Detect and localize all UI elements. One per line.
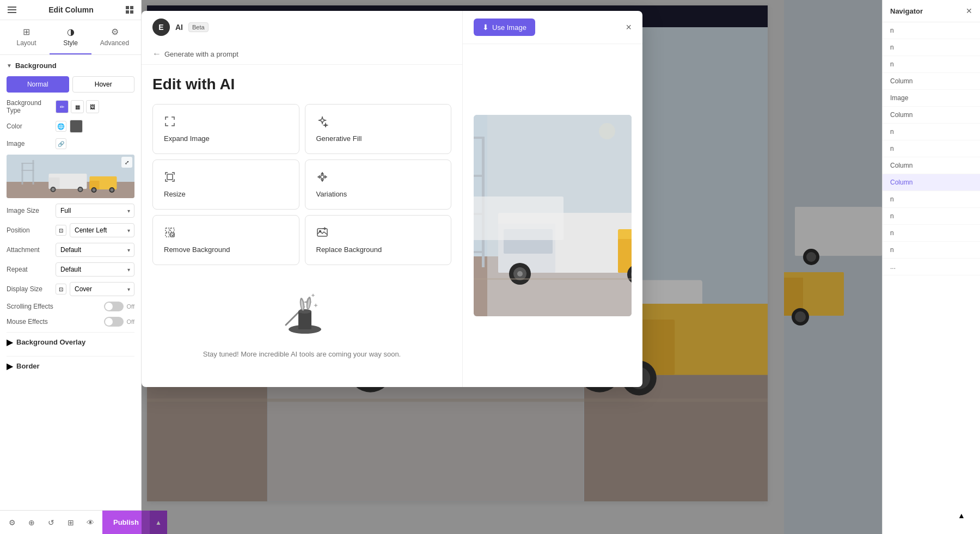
hamburger-icon[interactable]	[8, 7, 16, 13]
preview-icon[interactable]: 👁	[83, 515, 98, 530]
modal-title: Edit with AI	[152, 76, 451, 93]
variations-card[interactable]: Variations	[305, 159, 452, 210]
svg-rect-98	[474, 278, 632, 280]
modal-overlay: E AI Beta ← Generate with a prompt Edit …	[142, 0, 882, 534]
bg-type-image-btn[interactable]: 🖼	[86, 100, 99, 113]
svg-point-17	[111, 188, 114, 192]
remove-background-card[interactable]: Remove Background	[152, 215, 299, 265]
image-preview-img	[7, 155, 134, 198]
modal-right-header: ⬇ Use Image ×	[463, 11, 642, 44]
nav-item-5[interactable]: n	[883, 191, 980, 208]
bg-overlay-header[interactable]: ▶ Background Overlay	[7, 332, 134, 352]
nav-item-0[interactable]: n	[883, 22, 980, 39]
nav-item-4[interactable]: n	[883, 140, 980, 157]
nav-item-column-2[interactable]: Column	[883, 107, 980, 124]
responsive-icon[interactable]: ⊞	[63, 515, 78, 530]
mouse-effects-off-label: Off	[127, 318, 134, 325]
bg-type-gradient-btn[interactable]: ▦	[71, 100, 84, 113]
mouse-effects-row: Mouse Effects Off	[7, 317, 134, 327]
position-select[interactable]: Center Left Center Center Center Right	[70, 223, 134, 237]
right-panel: Navigator ✕ n n n Column Image Column n …	[882, 0, 980, 534]
bg-type-color-btn[interactable]: ✏	[56, 100, 69, 113]
color-label: Color	[7, 122, 56, 130]
position-control: ⊡ Center Left Center Center Center Right	[56, 223, 134, 237]
image-size-select[interactable]: Full Custom	[56, 204, 134, 218]
tab-advanced[interactable]: ⚙ Advanced	[94, 20, 136, 54]
navigator-close-button[interactable]: ✕	[966, 7, 972, 15]
nav-item-7[interactable]: n	[883, 225, 980, 242]
repeat-label: Repeat	[7, 266, 56, 273]
image-control: 🔗	[56, 138, 134, 149]
style-icon: ◑	[67, 27, 75, 37]
svg-point-11	[79, 188, 82, 191]
nav-item-column-3[interactable]: Column	[883, 157, 980, 174]
tab-style-label: Style	[63, 39, 78, 47]
image-preview-container: ⤢	[7, 155, 134, 198]
hover-button[interactable]: Hover	[72, 76, 135, 93]
nav-item-column-4[interactable]: Column	[883, 174, 980, 191]
use-image-button[interactable]: ⬇ Use Image	[474, 19, 535, 36]
display-size-select[interactable]: Cover Contain Auto	[70, 282, 134, 296]
resize-card[interactable]: Resize	[152, 159, 299, 210]
svg-rect-74	[474, 175, 485, 177]
scrolling-effects-switch[interactable]	[104, 302, 124, 311]
image-row: Image 🔗	[7, 138, 134, 149]
attachment-select-wrapper: Default Fixed Scroll	[56, 243, 134, 257]
resize-label: Resize	[164, 190, 186, 198]
mouse-effects-switch[interactable]	[104, 317, 124, 327]
image-link-icon[interactable]: 🔗	[56, 138, 66, 149]
generative-fill-card[interactable]: Generative Fill	[305, 104, 452, 154]
navigator-header: Navigator ✕	[883, 0, 980, 22]
coming-soon-text: Stay tuned! More incredible AI tools are…	[203, 349, 401, 360]
tab-layout[interactable]: ⊞ Layout	[5, 20, 47, 54]
mouse-effects-toggle[interactable]: Off	[104, 317, 134, 327]
panel-header: Edit Column	[0, 0, 141, 20]
nav-item-image[interactable]: Image	[883, 90, 980, 107]
panel-title: Edit Column	[48, 5, 93, 14]
nav-item-more[interactable]: ...	[883, 259, 980, 275]
repeat-select[interactable]: Default No Repeat Repeat	[56, 262, 134, 277]
remove-background-label: Remove Background	[164, 245, 230, 254]
nav-item-8[interactable]: n	[883, 242, 980, 259]
modal-preview-image	[474, 115, 632, 316]
svg-point-51	[321, 175, 324, 179]
svg-rect-95	[618, 239, 632, 273]
layers-icon[interactable]: ⊕	[24, 515, 39, 530]
close-modal-button[interactable]: ×	[626, 22, 632, 33]
image-preview	[7, 155, 134, 198]
expand-image-card[interactable]: Expand Image	[152, 104, 299, 154]
nav-item-2[interactable]: n	[883, 56, 980, 73]
image-expand-icon[interactable]: ⤢	[121, 157, 132, 168]
generate-prompt-link[interactable]: ← Generate with a prompt	[142, 44, 462, 65]
nav-item-3[interactable]: n	[883, 124, 980, 140]
magic-hat-svg	[275, 287, 329, 341]
svg-rect-61	[298, 311, 311, 329]
color-global-icon[interactable]: 🌐	[56, 121, 66, 132]
attachment-select[interactable]: Default Fixed Scroll	[56, 243, 134, 257]
normal-button[interactable]: Normal	[7, 76, 69, 93]
replace-background-icon	[316, 226, 328, 241]
svg-rect-4	[22, 163, 34, 164]
bg-overlay-section: ▶ Background Overlay	[7, 332, 134, 352]
coming-soon-section: Stay tuned! More incredible AI tools are…	[152, 271, 451, 376]
background-section-header[interactable]: ▼ Background	[7, 62, 134, 70]
nav-item-1[interactable]: n	[883, 39, 980, 56]
history-icon[interactable]: ↺	[44, 515, 59, 530]
generative-fill-label: Generative Fill	[316, 134, 362, 143]
ai-edit-modal: E AI Beta ← Generate with a prompt Edit …	[142, 11, 642, 387]
grid-icon[interactable]	[126, 6, 133, 14]
svg-rect-5	[22, 170, 34, 171]
nav-item-column-1[interactable]: Column	[883, 73, 980, 90]
border-header[interactable]: ▶ Border	[7, 356, 134, 376]
scrolling-effects-toggle[interactable]: Off	[104, 302, 134, 311]
position-label: Position	[7, 226, 56, 234]
advanced-icon: ⚙	[111, 27, 119, 37]
replace-background-card[interactable]: Replace Background	[305, 215, 452, 265]
svg-point-62	[298, 309, 311, 314]
color-swatch[interactable]	[70, 120, 83, 133]
scroll-up-button[interactable]: ▲	[954, 508, 969, 523]
tab-style[interactable]: ◑ Style	[50, 20, 91, 54]
generative-fill-icon	[316, 115, 328, 130]
nav-item-6[interactable]: n	[883, 208, 980, 225]
settings-icon[interactable]: ⚙	[4, 515, 20, 530]
